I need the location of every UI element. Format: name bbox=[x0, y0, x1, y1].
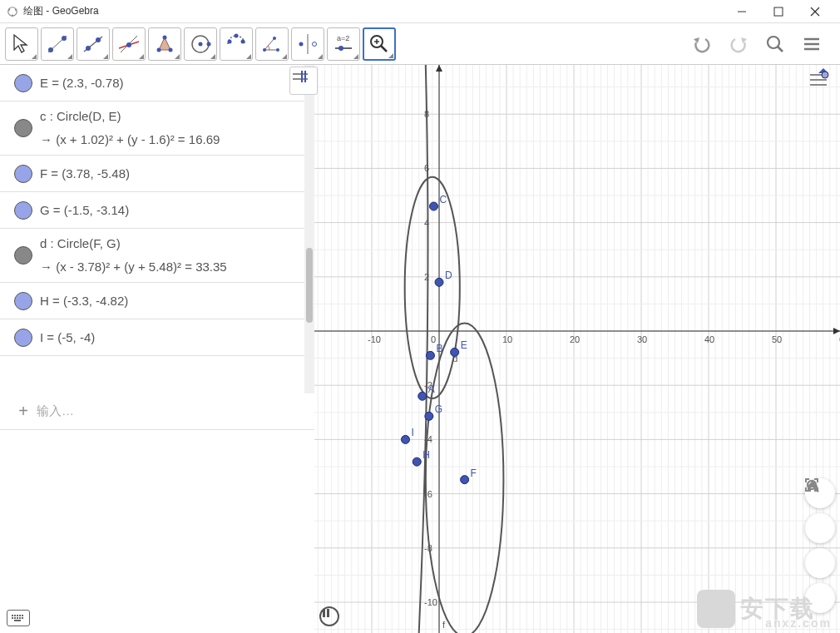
maximize-button[interactable] bbox=[760, 0, 797, 23]
svg-rect-47 bbox=[14, 615, 16, 616]
geogebra-logo-icon bbox=[7, 6, 18, 17]
zoom-in-button[interactable] bbox=[805, 513, 835, 543]
svg-rect-55 bbox=[22, 617, 23, 619]
svg-point-19 bbox=[169, 47, 173, 52]
visibility-toggle[interactable] bbox=[7, 74, 40, 92]
svg-text:G: G bbox=[435, 403, 442, 415]
svg-point-191 bbox=[425, 412, 433, 420]
svg-rect-50 bbox=[22, 615, 23, 616]
algebra-row[interactable]: G = (-1.5, -3.14) bbox=[0, 192, 314, 229]
svg-point-24 bbox=[228, 39, 232, 43]
svg-text:I: I bbox=[412, 427, 414, 438]
tool-reflect[interactable] bbox=[291, 27, 324, 61]
scroll-thumb[interactable] bbox=[306, 248, 313, 323]
algebra-expression: F = (3.78, -5.48) bbox=[40, 164, 307, 184]
svg-point-185 bbox=[435, 278, 443, 286]
tool-angle[interactable] bbox=[255, 27, 289, 61]
svg-point-22 bbox=[199, 42, 203, 46]
svg-text:20: 20 bbox=[570, 334, 580, 344]
svg-point-26 bbox=[241, 39, 245, 43]
svg-text:0: 0 bbox=[431, 334, 436, 344]
tool-circle-3pts[interactable] bbox=[220, 27, 253, 61]
svg-rect-211 bbox=[323, 609, 325, 617]
svg-point-16 bbox=[126, 42, 131, 47]
visibility-toggle[interactable] bbox=[7, 329, 40, 347]
svg-point-195 bbox=[402, 435, 410, 443]
svg-point-23 bbox=[207, 42, 211, 46]
menu-button[interactable] bbox=[797, 29, 827, 59]
svg-text:a=2: a=2 bbox=[337, 34, 349, 42]
tool-circle-center[interactable] bbox=[184, 27, 217, 61]
svg-text:E: E bbox=[461, 339, 467, 351]
close-button[interactable] bbox=[797, 0, 833, 23]
undo-button[interactable] bbox=[687, 29, 717, 59]
svg-point-31 bbox=[299, 42, 304, 46]
minimize-button[interactable] bbox=[724, 0, 760, 23]
svg-point-32 bbox=[313, 42, 317, 46]
graphics-view[interactable]: -1001020304050608642-2-4-6-8-10fdABCDEFG… bbox=[314, 65, 840, 633]
scrollbar[interactable] bbox=[304, 65, 314, 393]
svg-point-18 bbox=[157, 47, 161, 52]
visibility-toggle[interactable] bbox=[7, 201, 40, 220]
graphics-settings-button[interactable] bbox=[807, 67, 835, 95]
svg-text:D: D bbox=[445, 270, 452, 281]
svg-text:f: f bbox=[442, 620, 446, 630]
svg-text:30: 30 bbox=[637, 334, 647, 344]
algebra-view: E = (2.3, -0.78) c : Circle(D, E)→ (x + … bbox=[0, 65, 314, 633]
svg-point-179 bbox=[418, 392, 427, 400]
tool-polygon[interactable] bbox=[148, 27, 181, 61]
svg-line-10 bbox=[48, 36, 67, 52]
svg-line-37 bbox=[381, 46, 387, 52]
tool-line[interactable] bbox=[77, 27, 110, 61]
stylebar-toggle[interactable] bbox=[289, 67, 318, 95]
search-button[interactable] bbox=[760, 29, 790, 59]
svg-rect-49 bbox=[19, 615, 21, 616]
zoom-out-button[interactable] bbox=[805, 548, 835, 578]
svg-rect-53 bbox=[17, 617, 18, 619]
fullscreen-button[interactable] bbox=[805, 583, 835, 613]
svg-point-20 bbox=[163, 35, 167, 39]
tool-perpendicular[interactable] bbox=[112, 27, 146, 61]
redo-button[interactable] bbox=[724, 29, 754, 59]
svg-text:B: B bbox=[436, 343, 442, 354]
algebra-row[interactable]: E = (2.3, -0.78) bbox=[0, 65, 314, 101]
tool-point[interactable] bbox=[41, 27, 74, 61]
algebra-row[interactable]: I = (-5, -4) bbox=[0, 319, 314, 356]
visibility-toggle[interactable] bbox=[7, 246, 40, 265]
svg-point-13 bbox=[96, 37, 101, 42]
algebra-expression: c : Circle(D, E)→ (x + 1.02)² + (y - 1.6… bbox=[40, 106, 307, 150]
svg-text:H: H bbox=[422, 449, 430, 461]
visibility-toggle[interactable] bbox=[7, 119, 40, 137]
svg-point-28 bbox=[276, 48, 279, 52]
keyboard-button[interactable] bbox=[7, 610, 30, 626]
svg-text:10: 10 bbox=[502, 334, 512, 344]
svg-rect-54 bbox=[19, 617, 21, 619]
svg-point-1 bbox=[8, 8, 10, 10]
algebra-expression: H = (-3.3, -4.82) bbox=[40, 291, 307, 311]
svg-point-187 bbox=[451, 348, 459, 356]
svg-point-193 bbox=[413, 457, 421, 466]
play-pause-button[interactable] bbox=[319, 606, 339, 626]
algebra-row[interactable]: H = (-3.3, -4.82) bbox=[0, 283, 314, 319]
svg-text:C: C bbox=[440, 194, 447, 205]
svg-text:40: 40 bbox=[704, 334, 714, 344]
visibility-toggle[interactable] bbox=[7, 165, 40, 183]
svg-rect-5 bbox=[774, 7, 783, 16]
toolbar: a=2 bbox=[0, 23, 840, 65]
svg-point-35 bbox=[338, 46, 343, 51]
add-icon: + bbox=[10, 402, 37, 421]
tool-move[interactable] bbox=[5, 27, 38, 61]
svg-text:-10: -10 bbox=[424, 597, 437, 607]
svg-rect-46 bbox=[12, 615, 13, 616]
input-row[interactable]: + 输入… bbox=[0, 393, 314, 430]
algebra-row[interactable]: c : Circle(D, E)→ (x + 1.02)² + (y - 1.6… bbox=[0, 101, 314, 156]
algebra-row[interactable]: d : Circle(F, G)→ (x - 3.78)² + (y + 5.4… bbox=[0, 229, 314, 283]
svg-point-27 bbox=[263, 48, 266, 52]
tool-zoom[interactable] bbox=[363, 27, 396, 61]
visibility-toggle[interactable] bbox=[7, 292, 40, 310]
svg-point-181 bbox=[426, 351, 434, 359]
svg-point-183 bbox=[430, 202, 438, 210]
algebra-row[interactable]: F = (3.78, -5.48) bbox=[0, 156, 314, 192]
svg-point-29 bbox=[273, 37, 276, 40]
tool-slider[interactable]: a=2 bbox=[327, 27, 360, 61]
